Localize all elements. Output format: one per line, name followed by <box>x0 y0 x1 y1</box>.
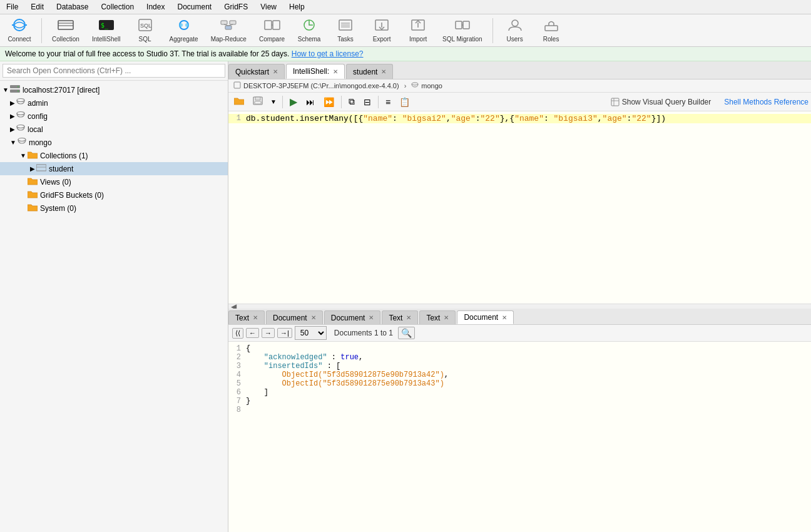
toolbar-users[interactable]: Users <box>499 17 531 44</box>
run-multi-button[interactable]: ⏩ <box>320 95 337 109</box>
tree-item-views[interactable]: Views (0) <box>0 175 228 188</box>
toolbar-aggregate[interactable]: Aggregate <box>166 17 202 44</box>
result-search-button[interactable]: 🔍 <box>398 327 415 339</box>
menu-index[interactable]: Index <box>143 1 168 13</box>
result-tab-text3[interactable]: Text ✕ <box>419 310 456 324</box>
result-tab-text2[interactable]: Text ✕ <box>382 310 418 324</box>
svg-point-40 <box>17 125 24 128</box>
collapse-icon-admin[interactable]: ▶ <box>10 100 15 106</box>
toolbar-mapreduce[interactable]: Map-Reduce <box>207 17 250 44</box>
run-next-button[interactable]: ⏭ <box>303 95 318 109</box>
result-tab-text1-close[interactable]: ✕ <box>253 314 258 321</box>
compare-icon <box>263 18 281 36</box>
result-line-content-6: ] <box>246 388 811 397</box>
nav-first-button[interactable]: ⟨⟨ <box>232 328 243 339</box>
nav-last-button[interactable]: →| <box>277 328 292 338</box>
tab-quickstart-close[interactable]: ✕ <box>273 68 278 75</box>
tab-student[interactable]: student ✕ <box>346 64 393 79</box>
result-linenum-5: 5 <box>228 379 246 388</box>
toolbar-connect[interactable]: Connect <box>4 17 35 44</box>
tree-item-collections[interactable]: ▼ Collections (1) <box>0 149 228 162</box>
open-file-button[interactable] <box>231 95 247 110</box>
toolbar-compare[interactable]: Compare <box>255 17 288 44</box>
clear-button[interactable]: ⊟ <box>360 95 374 109</box>
save-arrow-button[interactable]: ▼ <box>268 97 278 106</box>
tree-item-admin[interactable]: ▶ admin <box>0 96 228 110</box>
run-button[interactable]: ▶ <box>287 94 300 110</box>
tree-item-localhost[interactable]: ▼ localhost:27017 [direct] <box>0 83 228 96</box>
svg-point-37 <box>18 91 19 92</box>
toolbar-sql-migration[interactable]: SQL Migration <box>439 17 486 44</box>
toolbar-sql[interactable]: SQL SQL <box>130 17 161 44</box>
collapse-icon-student[interactable]: ▶ <box>30 165 35 172</box>
save-button[interactable] <box>250 95 266 110</box>
svg-rect-19 <box>273 21 280 29</box>
menu-collection[interactable]: Collection <box>97 1 138 13</box>
page-size-select[interactable]: 10 25 50 100 250 <box>295 326 327 340</box>
svg-point-36 <box>18 86 19 88</box>
tree-item-local[interactable]: ▶ local <box>0 123 228 136</box>
menu-file[interactable]: File <box>3 1 22 13</box>
toolbar-collection[interactable]: Collection <box>48 17 83 44</box>
tree-item-system-label: System (0) <box>40 204 76 213</box>
menu-gridfs[interactable]: GridFS <box>220 1 252 13</box>
result-toolbar: ⟨⟨ ← → →| 10 25 50 100 250 Documents 1 t… <box>228 325 811 342</box>
collapse-icon-localhost[interactable]: ▼ <box>3 86 9 93</box>
tab-student-close[interactable]: ✕ <box>381 68 386 75</box>
context-button[interactable]: 📋 <box>396 95 413 109</box>
result-content[interactable]: 1 { 2 "acknowledged" : true, 3 "inserted… <box>228 342 811 532</box>
horizontal-scrollbar[interactable]: ◀ <box>228 304 811 309</box>
tab-intellishell[interactable]: IntelliShell: ✕ <box>286 64 345 79</box>
shell-methods-link[interactable]: Shell Methods Reference <box>724 98 808 106</box>
result-tab-doc2-close[interactable]: ✕ <box>369 314 374 321</box>
collapse-icon-mongo[interactable]: ▼ <box>10 139 16 146</box>
result-tab-doc2[interactable]: Document ✕ <box>324 310 381 324</box>
menu-help[interactable]: Help <box>285 1 309 13</box>
format-button[interactable]: ≡ <box>382 95 394 109</box>
result-tab-text3-close[interactable]: ✕ <box>444 314 449 321</box>
nav-next-button[interactable]: → <box>262 328 275 338</box>
code-editor[interactable]: 1 db.student.insertMany([{"name": "bigsa… <box>228 111 811 304</box>
toolbar-collection-label: Collection <box>52 36 79 43</box>
tree-item-student[interactable]: ▶ student <box>0 162 228 175</box>
collapse-icon-config[interactable]: ▶ <box>10 113 15 120</box>
tree-item-config[interactable]: ▶ config <box>0 110 228 123</box>
toolbar-roles[interactable]: Roles <box>536 17 567 44</box>
toolbar-export[interactable]: Export <box>366 17 397 44</box>
tree-item-mongo[interactable]: ▼ mongo <box>0 136 228 149</box>
result-tab-doc1-close[interactable]: ✕ <box>311 314 316 321</box>
result-tab-doc3[interactable]: Document ✕ <box>457 310 514 324</box>
tree-item-gridfs[interactable]: GridFS Buckets (0) <box>0 188 228 202</box>
collapse-icon-local[interactable]: ▶ <box>10 126 15 133</box>
doc-count-label: Documents 1 to 1 <box>334 329 393 337</box>
result-line-4: 4 ObjectId("5f3d589012875e90b7913a42"), <box>228 371 811 379</box>
result-tab-text1[interactable]: Text ✕ <box>228 310 265 324</box>
menu-database[interactable]: Database <box>53 1 92 13</box>
folder-collections-icon <box>28 150 38 161</box>
toolbar-tasks[interactable]: Tasks <box>330 17 361 44</box>
nav-prev-button[interactable]: ← <box>246 328 259 338</box>
sidebar-tree: ▼ localhost:27017 [direct] ▶ admin ▶ <box>0 81 228 532</box>
copy-results-button[interactable]: ⧉ <box>345 95 358 109</box>
result-tab-doc3-close[interactable]: ✕ <box>502 314 507 321</box>
menu-view[interactable]: View <box>257 1 280 13</box>
result-tab-text2-close[interactable]: ✕ <box>406 314 411 321</box>
tab-intellishell-close[interactable]: ✕ <box>333 68 338 75</box>
svg-rect-42 <box>36 165 46 171</box>
menu-edit[interactable]: Edit <box>27 1 48 13</box>
roles-icon <box>543 18 560 36</box>
search-input[interactable] <box>3 64 225 78</box>
svg-rect-48 <box>255 101 261 104</box>
tab-quickstart[interactable]: Quickstart ✕ <box>228 64 285 79</box>
trial-link[interactable]: How to get a license? <box>292 49 364 58</box>
menu-document[interactable]: Document <box>173 1 215 13</box>
svg-point-45 <box>412 83 418 85</box>
result-tab-doc1[interactable]: Document ✕ <box>266 310 323 324</box>
collapse-icon-collections[interactable]: ▼ <box>20 152 26 159</box>
visual-builder-button[interactable]: Show Visual Query Builder <box>605 96 717 108</box>
toolbar-import[interactable]: Import <box>402 17 434 44</box>
toolbar-intellishell[interactable]: $_ IntelliShell <box>88 17 125 44</box>
tree-item-system[interactable]: System (0) <box>0 202 228 215</box>
toolbar-schema[interactable]: Schema <box>293 17 325 44</box>
db-admin-icon <box>16 98 25 108</box>
